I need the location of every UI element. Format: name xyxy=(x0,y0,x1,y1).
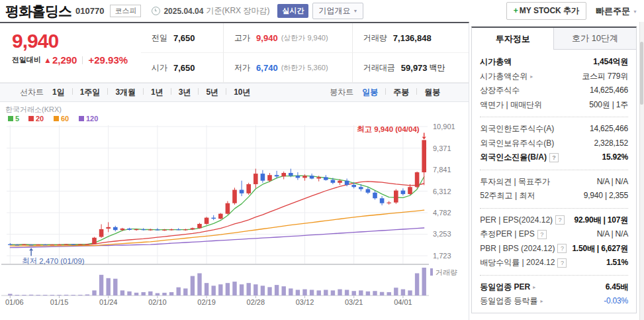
candle-body xyxy=(296,176,300,178)
volume-bar xyxy=(162,293,166,295)
volume-bar xyxy=(218,284,222,295)
tab-3개월[interactable]: 3개월 xyxy=(115,87,136,97)
candle-body xyxy=(71,244,75,245)
sidebar-tab-투자정보[interactable]: 투자정보 xyxy=(472,28,554,50)
volume-bar xyxy=(324,290,328,295)
x-axis-label: 03/12 xyxy=(296,298,314,306)
candle-body xyxy=(240,190,244,193)
tab-주봉[interactable]: 주봉 xyxy=(392,87,410,97)
tab-1주일[interactable]: 1주일 xyxy=(79,87,101,97)
y-axis-label: 9,371 xyxy=(433,144,451,152)
dotted-divider xyxy=(480,117,628,117)
tab-월봉[interactable]: 월봉 xyxy=(424,87,441,97)
candle-body xyxy=(366,189,371,192)
info-label: 추정PER | EPS? xyxy=(480,227,546,242)
candle-body xyxy=(394,191,398,203)
high-annotation: 최고 9,940 (04/04) xyxy=(357,125,420,133)
volume-bar xyxy=(107,278,111,295)
help-icon[interactable]: ? xyxy=(537,230,547,239)
tab-3년[interactable]: 3년 xyxy=(178,87,192,97)
candle-body xyxy=(162,230,167,231)
company-overview-button[interactable]: 기업개요 xyxy=(312,3,363,19)
scrollbar[interactable] xyxy=(639,22,644,320)
info-value: 92.90배 | 107원 xyxy=(575,213,628,228)
candle-body xyxy=(261,174,265,181)
realtime-badge[interactable]: 실시간 xyxy=(277,4,308,18)
volume-bar xyxy=(127,292,131,295)
info-row: 시가총액1,454억원 xyxy=(472,55,636,70)
info-value: 1.51% xyxy=(606,256,628,270)
candle-body xyxy=(205,218,209,224)
info-label: 배당수익률 | 2024.12? xyxy=(480,256,567,270)
volume-bar xyxy=(373,291,377,295)
quote-label: 거래대금 xyxy=(363,62,395,74)
my-stock-add-button[interactable]: +MY STOCK 추가 xyxy=(506,2,586,20)
volume-bar xyxy=(78,295,82,295)
tab-5년[interactable]: 5년 xyxy=(205,87,219,97)
change-percent: +29.93% xyxy=(88,54,128,66)
volume-bar xyxy=(134,293,138,295)
tab-일봉[interactable]: 일봉 xyxy=(361,87,379,97)
quote-value: 6,740 xyxy=(256,63,278,73)
x-axis-label: 02/10 xyxy=(148,298,167,306)
volume-bar xyxy=(296,290,300,295)
info-label: 동일업종 PER▸ xyxy=(480,280,535,295)
tab-separator xyxy=(143,88,144,95)
info-value: 14,625,466 xyxy=(590,122,628,136)
candle-body xyxy=(232,190,237,203)
tab-separator xyxy=(385,88,386,95)
sidebar-tab-호가 10단계[interactable]: 호가 10단계 xyxy=(554,28,636,50)
quote-cell-시가: 시가7,650 xyxy=(141,53,223,82)
volume-bar xyxy=(148,292,152,295)
ma-legend-label: 120 xyxy=(86,115,98,123)
volume-bar xyxy=(169,292,173,295)
quick-order-button[interactable]: 빠른주문 xyxy=(596,5,637,17)
candle-body xyxy=(43,244,48,245)
help-icon[interactable]: ? xyxy=(557,244,567,253)
info-label: PER | EPS(2024.12)? xyxy=(480,213,565,228)
tab-1년[interactable]: 1년 xyxy=(150,87,164,97)
candle-body xyxy=(169,229,174,230)
chevron-right-icon: ▸ xyxy=(530,70,533,84)
volume-bar xyxy=(253,284,257,295)
y-axis-label: 10,901 xyxy=(433,123,455,131)
price-volume-chart[interactable]: 01/0601/1501/2402/1002/1902/2803/1203/21… xyxy=(1,103,469,319)
volume-bar xyxy=(261,286,265,295)
help-icon[interactable]: ? xyxy=(555,215,565,225)
candle-body xyxy=(267,175,272,180)
tab-separator xyxy=(198,88,199,95)
x-axis-label: 03/21 xyxy=(345,298,363,306)
info-label: 외국인보유주식수(B) xyxy=(480,136,554,151)
volume-bar xyxy=(267,287,271,295)
quote-cell-거래량: 거래량7,136,848 xyxy=(352,23,469,53)
volume-bar xyxy=(191,276,195,295)
volume-bar xyxy=(113,279,117,295)
quote-value: 59,973 xyxy=(401,63,428,73)
quote-extra: (상한가 9,940) xyxy=(281,33,328,43)
volume-bar xyxy=(22,295,26,295)
volume-bar xyxy=(71,295,75,295)
low-annotation: 최저 2,470 (01/09) xyxy=(22,257,85,265)
candle-body xyxy=(338,181,342,183)
quote-label: 저가 xyxy=(234,62,250,74)
candle-body xyxy=(218,214,223,219)
info-value: 1.50배 | 6,627원 xyxy=(572,242,628,256)
scrollbar-thumb[interactable] xyxy=(640,42,643,105)
tab-1일[interactable]: 1일 xyxy=(52,87,66,97)
investor-info-box: 투자정보호가 10단계 시가총액1,454억원시가총액순위▸코스피 779위상장… xyxy=(471,27,637,313)
help-icon[interactable]: ? xyxy=(557,258,567,268)
candle-body xyxy=(345,181,349,185)
price-change-row: 전일대비 ▲ 2,290 +29.93% xyxy=(12,54,141,66)
ma-legend-label: 20 xyxy=(36,115,44,123)
content: 9,940 전일대비 ▲ 2,290 +29.93% 전일7,650고가9,94… xyxy=(0,22,644,320)
ma-legend-swatch xyxy=(54,116,59,121)
clock-icon xyxy=(152,7,160,15)
candle-body xyxy=(22,244,26,245)
quote-cell-저가: 저가6,740(하한가 5,360) xyxy=(223,53,352,82)
company-overview-label: 기업개요 xyxy=(318,6,350,15)
info-label: 동일업종 등락률▸ xyxy=(480,294,543,309)
page-header: 평화홀딩스 010770 코스피 2025.04.04 기준(KRX 장마감) … xyxy=(0,0,644,22)
tab-10년[interactable]: 10년 xyxy=(233,87,251,97)
info-value: N/A | N/A xyxy=(597,227,628,242)
help-icon[interactable]: ? xyxy=(549,153,559,162)
